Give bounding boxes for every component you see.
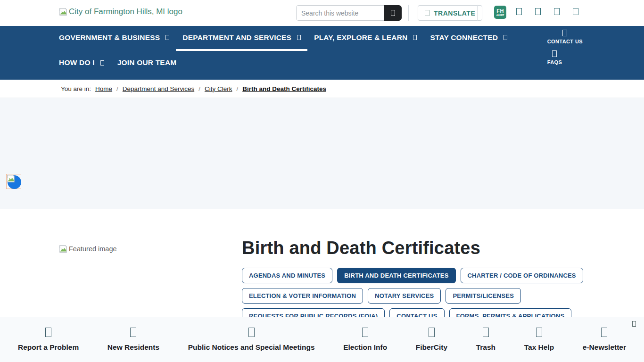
section-button-permits-licenses[interactable]: PERMITS/LICENSES — [446, 288, 521, 304]
page-content: Featured image Birth and Death Certifica… — [0, 209, 644, 317]
quicklink-trash[interactable]: Trash — [476, 328, 495, 352]
content-main: Birth and Death Certificates AGENDAS AND… — [242, 238, 586, 324]
search-icon — [391, 10, 395, 16]
quicklink-report-a-problem[interactable]: Report a Problem — [18, 328, 79, 352]
broken-image-icon — [59, 245, 67, 253]
chevron-down-icon — [100, 60, 104, 66]
breadcrumb-current-page[interactable]: Birth and Death Certificates — [242, 85, 326, 92]
chevron-down-icon — [297, 35, 301, 40]
hero-banner — [0, 98, 644, 209]
quicklink-e-newsletter[interactable]: e-Newsletter — [583, 328, 626, 352]
nav-item-label: JOIN OUR TEAM — [117, 58, 177, 67]
nav-item-join-our-team[interactable]: JOIN OUR TEAM — [111, 51, 183, 74]
site-search — [296, 5, 402, 21]
social-icon-4[interactable] — [573, 8, 579, 16]
breadcrumb-home[interactable]: Home — [95, 85, 112, 92]
quicklink-label: Tax Help — [524, 343, 554, 352]
envelope-icon — [562, 30, 567, 36]
breadcrumb: You are in: Home / Department and Servic… — [0, 80, 644, 98]
translate-button[interactable]: TRANSLATE — [418, 5, 482, 21]
site-logo-link[interactable]: City of Farmington Hills, MI logo — [59, 7, 182, 16]
e-newsletter-icon — [601, 328, 607, 337]
question-icon — [552, 50, 557, 57]
tax-help-icon — [536, 328, 542, 337]
breadcrumb-separator: / — [236, 85, 238, 92]
quicklink-label: Election Info — [343, 343, 387, 352]
quicklink-label: Trash — [476, 343, 495, 352]
fh-alert-text-bottom: ALERT — [496, 14, 504, 16]
section-button-birth-and-death-certificates[interactable]: BIRTH AND DEATH CERTIFICATES — [337, 268, 455, 283]
breadcrumb-prefix: You are in: — [61, 85, 91, 92]
quicklink-label: New Residents — [107, 343, 159, 352]
breadcrumb-separator: / — [198, 85, 200, 92]
translate-label: TRANSLATE — [434, 9, 475, 17]
search-button[interactable] — [384, 5, 402, 21]
public-notices-icon — [248, 328, 255, 337]
nav-item-label: HOW DO I — [59, 58, 95, 67]
faqs-label: FAQS — [547, 59, 562, 65]
translate-globe-icon — [425, 10, 429, 16]
site-logo-alt-text: City of Farmington Hills, MI logo — [69, 7, 182, 16]
nav-item-label: STAY CONNECTED — [430, 33, 498, 42]
fh-alert-icon[interactable]: FH ALERT — [494, 6, 506, 19]
breadcrumb-city-clerk[interactable]: City Clerk — [205, 85, 232, 92]
social-icon-3[interactable] — [554, 8, 561, 16]
chevron-down-icon — [413, 35, 417, 40]
quicklink-tax-help[interactable]: Tax Help — [524, 328, 554, 352]
chevron-down-icon — [165, 35, 169, 40]
social-icon-1[interactable] — [516, 8, 523, 16]
quicklink-election-info[interactable]: Election Info — [343, 328, 387, 352]
report-problem-icon — [45, 328, 51, 337]
faqs-link[interactable]: FAQS — [547, 50, 562, 65]
nav-item-label: DEPARTMENT AND SERVICES — [182, 33, 291, 42]
broken-image-icon — [59, 8, 67, 16]
nav-item-label: PLAY, EXPLORE & LEARN — [314, 33, 407, 42]
trash-icon — [483, 328, 489, 337]
quicklink-label: e-Newsletter — [583, 343, 626, 352]
social-icon-2[interactable] — [535, 8, 542, 16]
breadcrumb-department-and-services[interactable]: Department and Services — [123, 85, 194, 92]
nav-item-department-and-services[interactable]: DEPARTMENT AND SERVICES — [176, 26, 307, 51]
missing-glyph-icon — [535, 8, 541, 15]
header-divider — [477, 5, 478, 21]
site-header: City of Farmington Hills, MI logo TRANSL… — [0, 0, 644, 26]
quicklink-label: Report a Problem — [18, 343, 79, 352]
missing-glyph-icon — [573, 8, 578, 15]
featured-image-placeholder: Featured image — [59, 245, 117, 253]
missing-glyph-icon — [516, 8, 522, 15]
main-navigation: GOVERNMENT & BUSINESS DEPARTMENT AND SER… — [0, 26, 644, 80]
election-info-icon — [362, 328, 368, 337]
section-button-charter-code-of-ordinances[interactable]: CHARTER / CODE OF ORDINANCES — [461, 268, 583, 283]
search-input[interactable] — [296, 5, 384, 21]
nav-item-how-do-i[interactable]: HOW DO I — [52, 51, 111, 74]
nav-item-label: GOVERNMENT & BUSINESS — [59, 33, 160, 42]
missing-glyph-icon — [554, 8, 560, 15]
nav-item-play-explore-learn[interactable]: PLAY, EXPLORE & LEARN — [307, 26, 423, 51]
section-button-agendas-and-minutes[interactable]: AGENDAS AND MINUTES — [242, 268, 332, 283]
quicklink-new-residents[interactable]: New Residents — [107, 328, 159, 352]
section-buttons: AGENDAS AND MINUTES BIRTH AND DEATH CERT… — [242, 268, 586, 324]
section-button-notary-services[interactable]: NOTARY SERVICES — [368, 288, 441, 304]
section-button-election-voter-information[interactable]: ELECTION & VOTER INFORMATION — [242, 288, 363, 304]
nav-item-government-business[interactable]: GOVERNMENT & BUSINESS — [52, 26, 176, 51]
breadcrumb-separator: / — [116, 85, 118, 92]
page: City of Farmington Hills, MI logo TRANSL… — [0, 0, 644, 362]
quicklink-public-notices[interactable]: Public Notices and Special Meetings — [188, 328, 315, 352]
broken-widget-image[interactable] — [6, 174, 21, 189]
quicklink-label: FiberCity — [416, 343, 447, 352]
nav-utility: CONTACT US FAQS — [547, 30, 583, 65]
chevron-down-icon — [504, 35, 507, 40]
quicklink-label: Public Notices and Special Meetings — [188, 343, 315, 352]
page-title: Birth and Death Certificates — [242, 238, 586, 258]
contact-us-link[interactable]: CONTACT US — [547, 30, 583, 44]
quicklinks-bar: Report a Problem New Residents Public No… — [0, 317, 644, 362]
contact-us-label: CONTACT US — [547, 39, 583, 44]
quicklink-fibercity[interactable]: FiberCity — [416, 328, 447, 352]
nav-item-stay-connected[interactable]: STAY CONNECTED — [423, 26, 514, 51]
broken-image-icon — [7, 174, 15, 183]
new-residents-icon — [130, 328, 136, 337]
header-divider — [408, 5, 409, 21]
fh-alert-text-top: FH — [496, 8, 504, 14]
fibercity-icon — [429, 328, 435, 337]
quicklinks-collapse-icon[interactable] — [632, 321, 636, 327]
